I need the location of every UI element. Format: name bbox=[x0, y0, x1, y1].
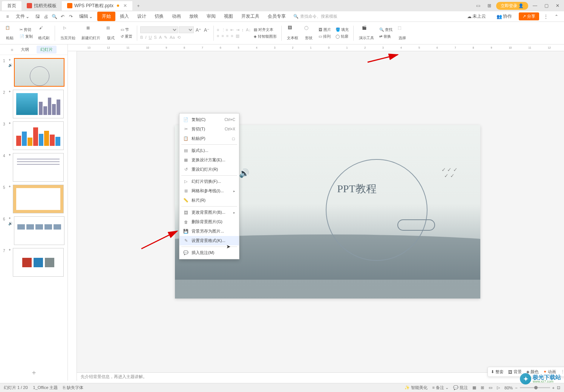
menu-animation[interactable]: 动画 bbox=[168, 12, 185, 21]
view-icon[interactable]: ≡ bbox=[11, 47, 13, 52]
status-font-missing[interactable]: ⎘ 缺失字体 bbox=[63, 385, 83, 390]
status-beautify[interactable]: ✨ 智能美化 bbox=[405, 385, 428, 390]
slide-thumb-6[interactable] bbox=[14, 216, 64, 245]
layout-button[interactable]: ▤版式 bbox=[104, 25, 118, 41]
indent-dec-button[interactable]: ⇤ bbox=[230, 28, 234, 32]
highlight-button[interactable]: ✎ bbox=[164, 35, 167, 40]
ctx-reset[interactable]: ↺重设幻灯片(R) bbox=[179, 165, 239, 174]
menu-file[interactable]: 文件 ⌄ bbox=[12, 12, 33, 21]
shape-button[interactable]: ◯形状 bbox=[302, 25, 316, 41]
zoom-out-button[interactable]: − bbox=[515, 386, 517, 390]
clear-format-button[interactable]: ⟲ bbox=[177, 35, 181, 40]
outline-button[interactable]: ◯轮廓 bbox=[334, 34, 350, 40]
decrease-font-icon[interactable]: A⁻ bbox=[203, 26, 210, 34]
zoom-in-button[interactable]: + bbox=[552, 386, 555, 390]
hamburger-icon[interactable]: ≡ bbox=[4, 13, 11, 20]
section-button[interactable]: ▭节 bbox=[119, 27, 134, 33]
current-page-start[interactable]: ▷当页开始 bbox=[58, 25, 78, 41]
case-button[interactable]: Aa bbox=[170, 35, 175, 40]
cloud-status[interactable]: ☁未上云 bbox=[463, 12, 490, 21]
slides-list[interactable]: 1✦🔊 2✦ 3✦ 4✦ 5✦ 6✦🔊 7✦ bbox=[0, 55, 67, 364]
smartart-button[interactable]: ◈转智能图形 bbox=[252, 34, 278, 40]
more-icon[interactable]: ⋮ bbox=[542, 13, 550, 20]
status-comments[interactable]: 💬 批注 bbox=[453, 385, 468, 390]
select-button[interactable]: ⬚选择 bbox=[395, 25, 409, 41]
cut-button[interactable]: ✂剪切 bbox=[18, 27, 34, 33]
line-spacing-button[interactable]: ↕ bbox=[242, 28, 244, 32]
redo-icon[interactable]: ↷ bbox=[67, 13, 75, 20]
add-slide-button[interactable]: ＋ bbox=[0, 364, 67, 381]
italic-button[interactable]: I bbox=[145, 35, 146, 40]
save-icon[interactable]: 🖫 bbox=[34, 13, 41, 20]
bullets-button[interactable]: ≡ bbox=[217, 28, 219, 32]
view-sorter-icon[interactable]: ⊞ bbox=[481, 385, 484, 390]
audio-placeholder-icon[interactable]: 🔊 bbox=[239, 168, 249, 178]
menu-view[interactable]: 视图 bbox=[220, 12, 237, 21]
tools-button[interactable]: 🎬演示工具 bbox=[357, 25, 376, 41]
tab-close[interactable]: ✕ bbox=[123, 3, 127, 8]
ctx-grid[interactable]: ⊞网格和参考线(I)...▸ bbox=[179, 186, 239, 196]
tab-home[interactable]: 首页 bbox=[2, 1, 21, 11]
slide-thumb-4[interactable] bbox=[13, 153, 64, 182]
coop-button[interactable]: 👥协作 bbox=[493, 12, 516, 21]
float-more[interactable]: ⋮ bbox=[561, 369, 564, 374]
minimize-button[interactable]: — bbox=[530, 1, 539, 10]
preview-icon[interactable]: 🔍 bbox=[51, 13, 58, 20]
tab-add[interactable]: ＋ bbox=[132, 1, 144, 11]
align-center-button[interactable]: ≡ bbox=[221, 34, 224, 38]
align-right-button[interactable]: ≡ bbox=[226, 34, 228, 38]
view-normal-icon[interactable]: ▦ bbox=[472, 385, 476, 390]
ctx-ruler[interactable]: 📏标尺(R) bbox=[179, 196, 239, 205]
menu-dev[interactable]: 开发工具 bbox=[238, 12, 263, 21]
ctx-copy[interactable]: 📄复制(C)Ctrl+C bbox=[179, 115, 239, 124]
panel-tab-outline[interactable]: 大纲 bbox=[17, 46, 33, 54]
numbering-button[interactable]: ⋮≡ bbox=[221, 28, 228, 32]
tab-file[interactable]: WPS PPT教程.pptx✕ bbox=[62, 1, 132, 11]
slide-thumb-2[interactable] bbox=[13, 90, 64, 118]
tab-template[interactable]: 找稻壳模板 bbox=[21, 1, 62, 11]
layout-icon[interactable]: ▭ bbox=[474, 1, 483, 10]
arrange-button[interactable]: ▭排列 bbox=[317, 34, 333, 40]
float-all[interactable]: ⬇整套 bbox=[491, 369, 504, 375]
copy-button[interactable]: 📄复制 bbox=[18, 34, 34, 40]
bold-button[interactable]: B bbox=[140, 35, 143, 40]
align-left-button[interactable]: ≡ bbox=[217, 34, 219, 38]
undo-icon[interactable]: ↶ bbox=[59, 13, 66, 20]
zoom-fit-button[interactable]: ⊡ bbox=[557, 385, 560, 390]
zoom-value[interactable]: 80% bbox=[504, 386, 513, 390]
underline-button[interactable]: U bbox=[149, 35, 152, 40]
restore-button[interactable]: ▢ bbox=[542, 1, 551, 10]
indent-inc-button[interactable]: ⇥ bbox=[236, 28, 239, 32]
view-reading-icon[interactable]: ▭ bbox=[489, 385, 492, 390]
fontsize-select[interactable] bbox=[179, 26, 194, 33]
strike-button[interactable]: S bbox=[154, 35, 156, 40]
zoom-slider[interactable] bbox=[520, 387, 550, 388]
format-painter[interactable]: 🖌格式刷 bbox=[36, 25, 52, 41]
command-search[interactable]: 🔍查找命令、搜索模板 bbox=[293, 14, 337, 19]
textbox-button[interactable]: 🅰文本框 bbox=[285, 25, 300, 41]
text-direction-button[interactable]: A↓ bbox=[246, 28, 251, 32]
print-icon[interactable]: 🖨 bbox=[42, 13, 50, 20]
slide-thumb-1[interactable] bbox=[14, 58, 64, 87]
ctx-cut[interactable]: ✂剪切(T)Ctrl+X bbox=[179, 124, 239, 134]
font-select[interactable] bbox=[140, 26, 178, 33]
fontcolor-button[interactable]: A bbox=[159, 35, 162, 40]
new-slide[interactable]: ▦新建幻灯片 bbox=[79, 25, 103, 41]
ctx-transition[interactable]: ▷幻灯片切换(F)... bbox=[179, 177, 239, 186]
columns-button[interactable]: ▥ bbox=[236, 34, 239, 38]
slide-thumb-7[interactable] bbox=[13, 248, 64, 277]
fill-button[interactable]: 🪣填充 bbox=[334, 27, 350, 33]
menu-transition[interactable]: 切换 bbox=[151, 12, 167, 21]
menu-start[interactable]: 开始 bbox=[97, 12, 115, 21]
ctx-scheme[interactable]: ▦更换设计方案(E)... bbox=[179, 155, 239, 165]
align-text-button[interactable]: ▤对齐文本 bbox=[252, 27, 278, 33]
menu-design[interactable]: 设计 bbox=[133, 12, 150, 21]
paste-button[interactable]: 📋粘贴 bbox=[3, 25, 17, 41]
pic-button[interactable]: 🖼图片 bbox=[317, 27, 333, 33]
share-button[interactable]: ↗分享 bbox=[519, 12, 539, 20]
replace-button[interactable]: ⇄替换 bbox=[378, 34, 394, 40]
login-button[interactable]: 立即登录👤 bbox=[496, 2, 528, 10]
ctx-layout[interactable]: ▤版式(L)... bbox=[179, 146, 239, 155]
reset-button[interactable]: ↺重置 bbox=[119, 34, 134, 40]
panel-tab-slides[interactable]: 幻灯片 bbox=[37, 46, 57, 54]
